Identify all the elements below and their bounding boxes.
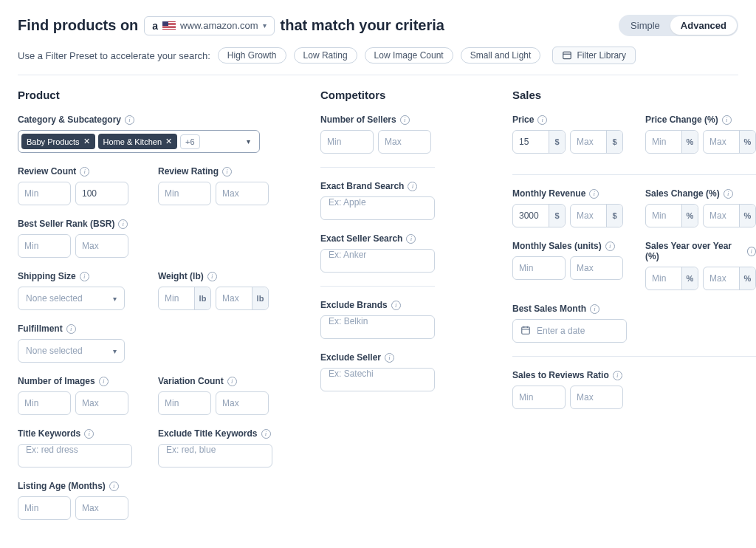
sales-reviews-max[interactable] [570,386,623,409]
variation-count-max[interactable] [216,391,269,415]
price-change-max[interactable]: % [703,130,756,154]
monthly-revenue-min[interactable]: $ [512,204,566,227]
dollar-unit: $ [606,205,622,227]
info-icon[interactable] [589,189,599,199]
preset-high-growth[interactable]: High Growth [218,47,286,64]
weight-min[interactable]: lb [158,287,211,310]
exclude-seller-input[interactable] [320,368,435,391]
remove-tag-icon[interactable]: ✕ [83,137,90,146]
monthly-revenue-max[interactable]: $ [570,204,623,227]
exclude-title-keywords-label: Exclude Title Keywords [158,428,258,439]
mode-toggle: Simple Advanced [619,15,738,36]
info-icon[interactable] [724,189,733,199]
yoy-min[interactable]: % [645,267,698,290]
info-icon[interactable] [84,429,94,439]
preset-low-image[interactable]: Low Image Count [365,47,453,64]
exclude-brands-input[interactable] [320,315,435,339]
sales-reviews-min[interactable] [512,386,566,409]
divider [320,167,435,168]
monthly-sales-label: Monthly Sales (units) [512,241,602,251]
variation-count-label: Variation Count [158,376,224,386]
pct-unit: % [681,205,698,227]
best-sales-month-input[interactable]: Enter a date [512,319,627,343]
info-icon[interactable] [537,115,547,125]
domain-selector[interactable]: a www.amazon.com ▾ [144,16,274,35]
page-title: Find products on a www.amazon.com ▾ that… [18,16,444,35]
price-change-min[interactable]: % [645,130,698,154]
info-icon[interactable] [99,377,109,386]
pct-unit: % [739,267,755,290]
exclude-brands-label: Exclude Brands [320,300,388,310]
monthly-sales-min[interactable] [512,256,566,280]
variation-count-min[interactable] [158,391,211,415]
num-sellers-max[interactable] [378,130,431,154]
yoy-max[interactable]: % [703,267,756,290]
info-icon[interactable] [613,371,622,380]
mode-simple[interactable]: Simple [620,16,670,35]
info-icon[interactable] [747,247,756,256]
num-images-min[interactable] [18,391,71,415]
num-sellers-min[interactable] [320,130,374,154]
category-tag: Home & Kitchen ✕ [98,134,177,149]
info-icon[interactable] [391,301,401,310]
svg-rect-2 [522,326,530,333]
divider [18,75,738,75]
info-icon[interactable] [66,324,76,334]
info-icon[interactable] [80,167,89,177]
preset-intro: Use a Filter Preset to accelerate your s… [18,50,210,61]
pct-unit: % [739,205,755,227]
bsr-min[interactable] [18,234,71,258]
exact-seller-label: Exact Seller Search [320,233,402,244]
shipping-size-label: Shipping Size [18,271,76,281]
info-icon[interactable] [722,115,732,125]
monthly-revenue-label: Monthly Revenue [512,188,585,199]
info-icon[interactable] [118,219,128,229]
review-count-max[interactable] [75,182,128,205]
info-icon[interactable] [222,167,232,177]
exact-seller-input[interactable] [320,249,435,273]
chevron-down-icon: ▾ [241,137,256,145]
price-max[interactable]: $ [570,130,623,154]
listing-age-max[interactable] [75,496,128,520]
bsr-max[interactable] [75,234,128,258]
category-more-count[interactable]: +6 [180,134,200,149]
us-flag-icon [162,21,176,30]
review-rating-min[interactable] [158,182,211,205]
category-select[interactable]: Baby Products ✕ Home & Kitchen ✕ +6 ▾ [18,130,260,153]
info-icon[interactable] [385,353,394,363]
price-min[interactable]: $ [512,130,566,154]
review-rating-max[interactable] [216,182,269,205]
title-keywords-input[interactable] [18,444,132,467]
exclude-title-keywords-input[interactable] [158,444,272,467]
monthly-sales-max[interactable] [570,256,623,280]
info-icon[interactable] [605,242,615,251]
info-icon[interactable] [109,482,119,491]
fulfillment-select[interactable]: None selected ▾ [18,339,125,363]
mode-advanced[interactable]: Advanced [670,16,737,35]
info-icon[interactable] [590,304,599,314]
info-icon[interactable] [408,182,417,191]
review-count-min[interactable] [18,182,71,205]
weight-max[interactable]: lb [216,287,269,310]
info-icon[interactable] [261,429,271,439]
info-icon[interactable] [406,234,416,244]
info-icon[interactable] [80,272,89,281]
listing-age-min[interactable] [18,496,71,520]
info-icon[interactable] [207,272,217,281]
listing-age-label: Listing Age (Months) [18,481,106,491]
filter-library-button[interactable]: Filter Library [552,47,636,64]
info-icon[interactable] [125,115,134,125]
num-images-max[interactable] [75,391,128,415]
preset-small-light[interactable]: Small and Light [461,47,541,64]
info-icon[interactable] [400,115,410,125]
remove-tag-icon[interactable]: ✕ [165,137,172,146]
num-sellers-label: Number of Sellers [320,114,396,125]
title-keywords-label: Title Keywords [18,428,80,439]
preset-low-rating[interactable]: Low Rating [294,47,357,64]
shipping-size-select[interactable]: None selected ▾ [18,287,125,310]
sales-change-min[interactable]: % [645,204,698,227]
exact-brand-input[interactable] [320,196,435,220]
exact-brand-label: Exact Brand Search [320,181,404,191]
sales-change-max[interactable]: % [703,204,756,227]
info-icon[interactable] [227,377,237,386]
